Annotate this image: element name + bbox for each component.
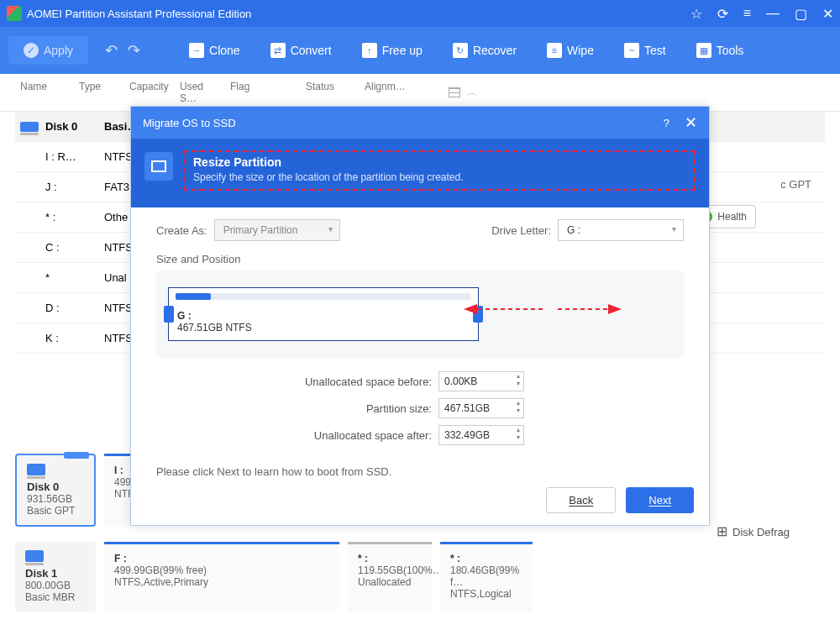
partition-slider[interactable]: G : 467.51GB NTFS [168, 287, 479, 341]
unalloc-before-label: Unallocated space before: [305, 375, 432, 388]
header-title: Resize Partition [193, 155, 685, 169]
col-align[interactable]: Alignm… [365, 81, 423, 104]
tool-wipe[interactable]: ≡Wipe [532, 36, 609, 65]
col-used[interactable]: Used S… [180, 81, 230, 104]
col-capacity[interactable]: Capacity [129, 81, 180, 104]
recover-icon: ↻ [453, 43, 468, 58]
partition-icon [144, 152, 173, 181]
undo-icon[interactable]: ↶ [105, 41, 118, 60]
size-position-label: Size and Position [156, 253, 684, 265]
disk-icon [27, 464, 45, 475]
scheme-text: c GPT [780, 178, 811, 191]
check-icon: ✓ [24, 43, 39, 58]
slider-drive-name: G : [177, 310, 252, 322]
dialog-title: Migrate OS to SSD [143, 117, 236, 129]
disk1-card[interactable]: Disk 1 800.00GB Basic MBR [15, 542, 96, 612]
col-name[interactable]: Name [20, 81, 79, 104]
col-flag[interactable]: Flag [230, 81, 306, 104]
hint-text: Please click Next to learn how to boot f… [156, 465, 684, 478]
tools-icon: ▦ [696, 43, 711, 58]
unalloc-after-label: Unallocated space after: [314, 429, 432, 442]
slider-drive-detail: 467.51GB NTFS [177, 322, 252, 333]
disk-defrag-link[interactable]: Disk Defrag [717, 523, 790, 539]
redo-icon[interactable]: ↷ [128, 41, 140, 60]
create-as-combo[interactable]: Primary Partition [214, 219, 340, 241]
minimize-icon[interactable]: — [766, 6, 780, 21]
maximize-icon[interactable]: ▢ [795, 6, 807, 22]
unalloc-before-input[interactable]: 0.00KB [438, 371, 524, 391]
star-icon[interactable]: ☆ [690, 6, 702, 22]
tool-test[interactable]: ~Test [609, 36, 681, 65]
col-type[interactable]: Type [79, 81, 129, 104]
close-icon[interactable]: ✕ [685, 113, 697, 132]
disk0-card[interactable]: Disk 0 931.56GB Basic GPT [15, 454, 96, 527]
help-icon[interactable]: ? [664, 117, 669, 129]
unalloc-after-input[interactable]: 332.49GB [438, 425, 524, 445]
view-list-icon[interactable] [449, 87, 460, 97]
drive-letter-combo[interactable]: G : [558, 219, 684, 241]
header-subtitle: Specify the size or the location of the … [193, 171, 464, 183]
dialog-header: Resize Partition Specify the size or the… [131, 139, 709, 207]
tool-clone[interactable]: →Clone [174, 36, 255, 65]
migrate-os-dialog: Migrate OS to SSD ? ✕ Resize Partition S… [130, 106, 710, 526]
test-icon: ~ [624, 43, 639, 58]
wipe-icon: ≡ [547, 43, 562, 58]
close-icon[interactable]: ✕ [822, 6, 833, 22]
tool-free up[interactable]: ↑Free up [347, 36, 438, 65]
resize-arrows-icon [459, 301, 627, 318]
disk1-part-logical[interactable]: * : 180.46GB(99% f… NTFS,Logical [440, 542, 533, 612]
convert-icon: ⇄ [270, 43, 286, 58]
partition-size-label: Partition size: [366, 402, 432, 415]
disk1-unalloc[interactable]: * : 119.55GB(100%… Unallocated [348, 542, 432, 612]
free up-icon: ↑ [362, 43, 377, 58]
col-status[interactable]: Status [306, 81, 365, 104]
tool-convert[interactable]: ⇄Convert [255, 36, 347, 65]
tool-recover[interactable]: ↻Recover [438, 36, 532, 65]
refresh-icon[interactable]: ⟳ [717, 6, 728, 22]
apply-label: Apply [44, 44, 73, 57]
slider-handle-left[interactable] [164, 306, 174, 323]
main-toolbar: ✓ Apply ↶ ↷ →Clone⇄Convert↑Free up↻Recov… [0, 27, 840, 74]
drive-letter-label: Drive Letter: [491, 224, 551, 237]
create-as-label: Create As: [156, 224, 207, 237]
disk-icon [20, 122, 39, 132]
dialog-titlebar: Migrate OS to SSD ? ✕ [131, 107, 709, 139]
partition-size-input[interactable]: 467.51GB [438, 398, 524, 418]
next-button[interactable]: Next [626, 487, 694, 513]
title-bar: AOMEI Partition Assistant Professional E… [0, 0, 840, 27]
menu-icon[interactable]: ≡ [743, 6, 751, 21]
window-title: AOMEI Partition Assistant Professional E… [27, 8, 690, 20]
partition-slider-area: G : 467.51GB NTFS [156, 270, 684, 358]
apply-button[interactable]: ✓ Apply [8, 36, 88, 65]
tool-tools[interactable]: ▦Tools [681, 36, 759, 65]
disk-icon [25, 550, 44, 562]
clone-icon: → [189, 43, 204, 58]
app-logo-icon [7, 6, 22, 21]
chevron-up-icon[interactable]: ︿ [467, 86, 477, 100]
disk1-part-f[interactable]: F : 499.99GB(99% free) NTFS,Active,Prima… [104, 542, 339, 612]
back-button[interactable]: Back [546, 487, 616, 513]
